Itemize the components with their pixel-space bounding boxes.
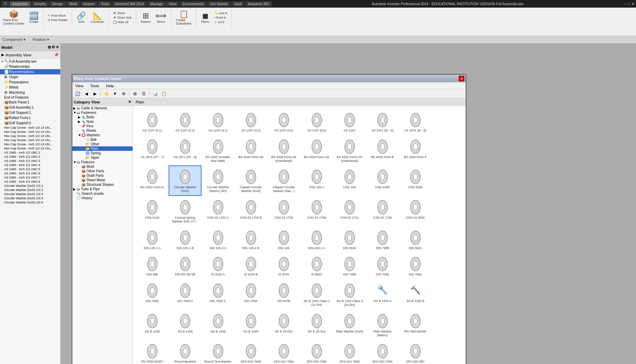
point-btn[interactable]: • Point ▾ — [213, 16, 229, 20]
ucs-btn[interactable]: ⊹ UCS — [213, 20, 229, 24]
grid-item-79[interactable]: SFS-ISO 7094 — [366, 340, 399, 364]
tree-item-as2465-8[interactable]: AS 2465 - Inch 1/2 UNC:8 — [0, 180, 60, 184]
tree-item-machining[interactable]: ⚙ Machining — [0, 90, 60, 95]
grid-item-1[interactable]: AS 1237 (3:1) — [169, 109, 201, 135]
grid-item-10[interactable]: AS 1971 (ST - 8) — [169, 135, 201, 166]
maximize-btn[interactable]: □ — [628, 2, 630, 6]
toolbar-settings-btn[interactable]: ⚙ — [120, 90, 127, 97]
grid-item-75[interactable]: SFS-ISO 7089 — [234, 340, 267, 364]
place-from-content-center-btn[interactable]: 📦 Place fromContent Center — [1, 9, 26, 26]
tree-item-as2465-1[interactable]: AS 2465 - Inch 1/2 UNC:1 — [0, 151, 60, 155]
grid-item-37[interactable]: DIN 125-1 B — [169, 226, 201, 253]
vault-tab[interactable]: Vault — [231, 1, 244, 7]
autodesk360-tab[interactable]: Autodesk 360 — [245, 1, 272, 7]
tree-item-hex1[interactable]: Hex Cap Screw - Inch 1/2-13 UN... — [0, 126, 60, 130]
inspect-tab[interactable]: Inspect — [81, 1, 97, 7]
tree-item-grill-support2[interactable]: 📦 Grill Support:2 — [0, 120, 60, 126]
simplify-tab[interactable]: Simplify — [31, 1, 49, 7]
dialog-menu-view[interactable]: View — [74, 83, 85, 88]
tree-item-representations[interactable]: 📄 Representations — [0, 69, 60, 74]
grid-item-35[interactable]: CSN 24 3550 — [399, 196, 432, 226]
grid-item-21[interactable]: Clipped Circular Washer (Inch) — [234, 165, 267, 196]
grid-item-50[interactable]: IS 6610 — [300, 253, 333, 279]
tree-item-rolled-front[interactable]: 📦 Rolled Front:1 — [0, 115, 60, 120]
grid-item-45[interactable]: DIN 988 — [136, 253, 169, 279]
grid-item-11[interactable]: BS 4320 (Greater than M68) — [201, 135, 234, 166]
grid-item-34[interactable]: CSN 02 1726 — [366, 196, 399, 226]
dialog-titlebar[interactable]: Place from Content Center ✕ — [72, 75, 466, 82]
tree-item-hex3[interactable]: Hex Cap Screw - Inch 1/2-13 UN... — [0, 134, 60, 138]
cat-shaft-parts[interactable]: 📦 Shaft Parts — [72, 173, 133, 178]
grid-item-8[interactable]: AS 1971 (M - 6) — [399, 109, 432, 135]
getstarted-tab[interactable]: Get Started — [207, 1, 231, 7]
grid-item-20[interactable]: Circular Washer (Metric) (IFI) — [201, 165, 234, 196]
cat-nuts[interactable]: ▶ 🔩 Nuts — [72, 119, 133, 124]
cat-tube-pipe[interactable]: ▶ 🗂 Tube & Pipe — [72, 187, 133, 191]
grid-item-18[interactable]: BS 4320 Form G — [136, 165, 169, 196]
grid-item-31[interactable]: CNS 02 1703 — [267, 196, 300, 226]
tree-item-as2465-5[interactable]: AS 2465 - Inch 1/2 UNC:5 — [0, 167, 60, 171]
pin-icon[interactable]: 📌 — [54, 53, 59, 57]
cat-other[interactable]: 📂 Other — [72, 142, 133, 146]
tree-item-as2465-6[interactable]: AS 2465 - Inch 1/2 UNC:6 — [0, 171, 60, 175]
cat-fasteners[interactable]: ▼ 🗂 Fasteners — [72, 110, 133, 115]
create-subs-btn[interactable]: 📋 CreateSubstitutes — [174, 9, 193, 26]
grid-item-58[interactable]: ISO 8738 — [267, 279, 300, 310]
settings-icon[interactable]: ⚙ — [52, 45, 55, 49]
component-label[interactable]: Component ▾ — [3, 37, 26, 42]
grid-item-55[interactable]: ISO 7093 A — [169, 279, 201, 310]
view-tab[interactable]: View — [166, 1, 179, 7]
grid-item-65[interactable]: JIS B 1256 — [201, 310, 234, 340]
grid-item-22[interactable]: Clipped Circular Washer (Met...) — [267, 165, 300, 196]
grid-item-71[interactable]: PN-78/M-82005 — [399, 310, 432, 340]
tree-item-hex4[interactable]: Hex Cap Screw - Inch 1/2-13 UN... — [0, 138, 60, 142]
grid-item-59[interactable]: JIS B 1252 Class 1 (1L/1H) — [300, 279, 333, 310]
minimize-btn[interactable]: ─ — [624, 2, 627, 6]
grid-item-80[interactable]: SFS-ISO 887 — [399, 340, 432, 364]
grid-item-6[interactable]: AS 1252 — [333, 109, 366, 135]
grid-item-40[interactable]: DIN 126 — [267, 226, 300, 253]
grid-item-9[interactable]: AS 1971 (ST - 7) — [136, 135, 169, 166]
tree-item-as2465-3[interactable]: AS 2465 - Inch 1/2 UNC:3 — [0, 159, 60, 163]
tree-item-hex6[interactable]: Hex Cap Screw - Inch 1/2-13 UN... — [0, 146, 60, 151]
cat-spring[interactable]: 🌀 Spring — [72, 151, 133, 155]
cat-sheet-metal[interactable]: 📦 Sheet Metal — [72, 178, 133, 182]
joint-btn[interactable]: 🔗 Joint — [75, 11, 88, 25]
grid-item-2[interactable]: AS 1237 (4:1) — [201, 109, 234, 135]
grid-item-60[interactable]: JIS B 1252 Class 2 (2L/2H) — [333, 279, 366, 310]
tree-item-hex2[interactable]: Hex Cap Screw - Inch 1/2-13 UN... — [0, 130, 60, 134]
grid-item-52[interactable]: ISO 7090 — [366, 253, 399, 279]
grid-item-77[interactable]: SFS-ISO 7092 — [300, 340, 333, 364]
axis-btn[interactable]: 📏 Axis ▾ — [213, 11, 229, 15]
grid-item-4[interactable]: AS 1237 (A1) — [267, 109, 300, 135]
tree-item-origin[interactable]: ⊕ Origin — [0, 74, 60, 80]
tree-item-hex5[interactable]: Hex Cap Screw - Inch 1/2-13 UN... — [0, 142, 60, 146]
cat-washers[interactable]: ▼ ⭕ Washers — [72, 133, 133, 137]
grid-item-25[interactable]: CNS 4309 — [366, 165, 399, 196]
cat-mold[interactable]: 📦 Mold — [72, 164, 133, 169]
grid-item-13[interactable]: BS 4320 Form AB (chamfered) — [267, 135, 300, 166]
cat-other-parts[interactable]: 📦 Other Parts — [72, 169, 133, 173]
grid-item-19[interactable]: Circular Washer (Inch) — [169, 165, 201, 196]
mirror-btn[interactable]: ⟺ Mirror — [154, 11, 168, 25]
grid-item-74[interactable]: Round Test Washer (Metric) (IFI) — [201, 340, 234, 364]
tree-item-cw3[interactable]: Circular Washer (Inch) 1/2:3 — [0, 192, 60, 196]
grid-item-15[interactable]: BS 4320 Form CD (chamfered) — [333, 135, 366, 166]
tree-item-welds[interactable]: ⚡ Welds — [0, 85, 60, 90]
plane-btn[interactable]: ◼ Plane — [199, 11, 212, 25]
grid-item-66[interactable]: KS B 1326 — [234, 310, 267, 340]
tree-item-full-assembly[interactable]: ▼ 🔧 Full Assembly.iam — [0, 59, 60, 64]
pro-tab[interactable]: T — [1, 1, 9, 7]
tree-item-back-panel[interactable]: 📦 Back Panel:1 — [0, 100, 60, 105]
tree-item-cw2[interactable]: Circular Washer (Inch) 1/2:2 — [0, 188, 60, 192]
tools-tab[interactable]: Tools — [98, 1, 111, 7]
cat-bolts[interactable]: ▶ 🔩 Bolts — [72, 115, 133, 119]
cat-rivets[interactable]: 🔩 Rivets — [72, 128, 133, 133]
toolbar-home-btn[interactable]: ⭐ — [102, 90, 110, 97]
toolbar-forward-btn[interactable]: ▶ — [91, 90, 99, 97]
category-close-icon[interactable]: ✕ — [128, 100, 131, 104]
grid-item-63[interactable]: JIS B 1256 — [136, 310, 169, 340]
tree-item-relationships[interactable]: 🔗 Relationships — [0, 64, 60, 69]
position-label[interactable]: Position ▾ — [33, 37, 49, 42]
grid-item-73[interactable]: Round Beveled Washer (Met...) — [169, 340, 201, 364]
